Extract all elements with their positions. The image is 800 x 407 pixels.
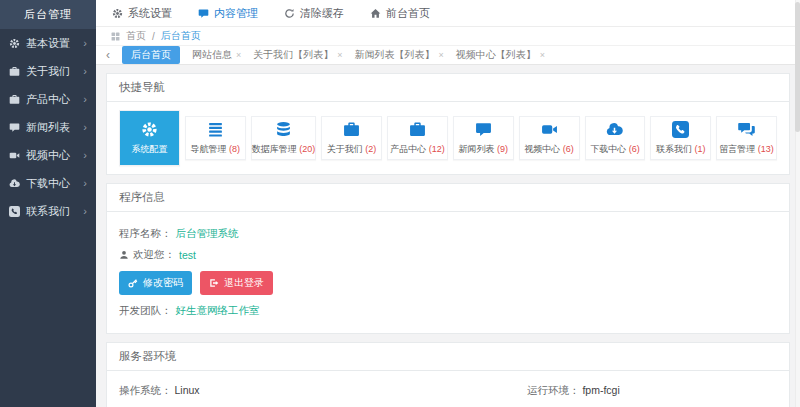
- sidebar-item-download-center[interactable]: 下载中心 ›: [0, 169, 96, 197]
- chevron-right-icon: ›: [83, 94, 87, 105]
- program-info-title: 程序信息: [107, 184, 789, 212]
- card-label: 导航管理 (8): [190, 143, 240, 156]
- sidebar-item-label: 基本设置: [26, 36, 70, 51]
- close-icon[interactable]: ×: [540, 51, 545, 60]
- card-label: 留言管理 (13): [719, 143, 774, 156]
- topnav-clear-cache[interactable]: 清除缓存: [284, 6, 344, 21]
- card-message-management[interactable]: 留言管理 (13): [716, 116, 777, 160]
- dev-team-link[interactable]: 好生意网络工作室: [176, 304, 260, 318]
- comment-icon: [9, 122, 20, 133]
- phone-icon: [672, 121, 689, 138]
- close-icon[interactable]: ×: [439, 51, 444, 60]
- tab-label: 网站信息: [192, 48, 232, 62]
- account-buttons: 修改密码 退出登录: [119, 271, 777, 295]
- chevron-right-icon: ›: [83, 206, 87, 217]
- tab-label: 关于我们【列表】: [253, 48, 333, 62]
- database-icon: [275, 121, 292, 138]
- card-nav-management[interactable]: 导航管理 (8): [185, 116, 246, 160]
- chevron-left-icon[interactable]: ‹: [106, 49, 110, 61]
- server-env-section: 服务器环境 操作系统：Linux Php版本：5.6.37 服务器ip：172.…: [106, 342, 790, 407]
- card-news-list[interactable]: 新闻列表 (9): [453, 116, 514, 160]
- tab-label: 后台首页: [131, 48, 171, 62]
- sidebar-item-video-center[interactable]: 视频中心 ›: [0, 141, 96, 169]
- sidebar-item-basic-settings[interactable]: 基本设置 ›: [0, 29, 96, 57]
- topnav-system-settings[interactable]: 系统设置: [112, 6, 172, 21]
- logout-button[interactable]: 退出登录: [200, 271, 273, 295]
- button-label: 修改密码: [143, 276, 183, 290]
- sidebar-item-label: 联系我们: [26, 204, 70, 219]
- sidebar-item-label: 下载中心: [26, 176, 70, 191]
- chevron-right-icon: ›: [83, 150, 87, 161]
- quick-nav-cards: 系统配置 导航管理 (8) 数据库管理 (20) 关于我们 (2) 产品中心 (…: [107, 102, 789, 174]
- sidebar-item-contact-us[interactable]: 联系我们 ›: [0, 197, 96, 225]
- card-video-center[interactable]: 视频中心 (6): [519, 116, 580, 160]
- tabs-bar: ‹ 后台首页 网站信息 × 关于我们【列表】 × 新闻列表【列表】 × 视频中心…: [96, 46, 800, 65]
- card-contact-us[interactable]: 联系我们 (1): [650, 116, 711, 160]
- button-label: 退出登录: [224, 276, 264, 290]
- scrollbar-thumb[interactable]: [795, 2, 800, 132]
- server-env-right-column: 运行环境：fpm-fcgi 服务器域名：demo.hsycms.com 网站端口…: [527, 379, 777, 407]
- topnav-label: 前台首页: [386, 6, 430, 21]
- env-row-runtime: 运行环境：fpm-fcgi: [527, 384, 777, 398]
- video-camera-icon: [541, 121, 558, 138]
- tab-admin-home[interactable]: 后台首页: [122, 46, 180, 64]
- top-navbar: 系统设置 内容管理 清除缓存 前台首页: [96, 0, 800, 27]
- content-area: 快捷导航 系统配置 导航管理 (8) 数据库管理 (20) 关于我们 (2) 产…: [96, 65, 800, 407]
- username: test: [179, 249, 196, 261]
- sidebar-item-about-us[interactable]: 关于我们 ›: [0, 57, 96, 85]
- tab-about-us-list[interactable]: 关于我们【列表】 ×: [253, 48, 342, 62]
- tab-site-info[interactable]: 网站信息 ×: [192, 48, 241, 62]
- card-label: 系统配置: [131, 143, 167, 156]
- sidebar-item-news-list[interactable]: 新闻列表 ›: [0, 113, 96, 141]
- comments-icon: [738, 121, 755, 138]
- program-name-row: 程序名称： 后台管理系统: [119, 227, 777, 241]
- sidebar-item-product-center[interactable]: 产品中心 ›: [0, 85, 96, 113]
- user-icon: [119, 250, 129, 260]
- chevron-right-icon: ›: [83, 38, 87, 49]
- card-label: 产品中心 (12): [390, 143, 445, 156]
- page-scrollbar[interactable]: [795, 0, 800, 407]
- breadcrumb-current[interactable]: 后台首页: [161, 29, 201, 43]
- chevron-right-icon: ›: [83, 178, 87, 189]
- sidebar-item-label: 新闻列表: [26, 120, 70, 135]
- program-name-label: 程序名称：: [119, 227, 172, 241]
- card-download-center[interactable]: 下载中心 (6): [585, 116, 646, 160]
- tab-news-list[interactable]: 新闻列表【列表】 ×: [355, 48, 444, 62]
- close-icon[interactable]: ×: [236, 51, 241, 60]
- card-label: 联系我们 (1): [656, 143, 706, 156]
- breadcrumb: 首页 / 后台首页: [96, 27, 800, 46]
- tab-label: 新闻列表【列表】: [355, 48, 435, 62]
- tab-video-center-list[interactable]: 视频中心【列表】 ×: [456, 48, 545, 62]
- topnav-frontend-home[interactable]: 前台首页: [370, 6, 430, 21]
- topnav-label: 清除缓存: [300, 6, 344, 21]
- briefcase-icon: [9, 66, 20, 77]
- topnav-content-management[interactable]: 内容管理: [198, 6, 258, 21]
- env-row-os: 操作系统：Linux: [119, 384, 527, 398]
- change-password-button[interactable]: 修改密码: [119, 271, 192, 295]
- card-label: 视频中心 (6): [524, 143, 574, 156]
- breadcrumb-home[interactable]: 首页: [126, 29, 146, 43]
- card-system-config[interactable]: 系统配置: [119, 110, 180, 166]
- topnav-label: 内容管理: [214, 6, 258, 21]
- gear-icon: [112, 8, 123, 19]
- card-label: 新闻列表 (9): [459, 143, 509, 156]
- sidebar-item-label: 关于我们: [26, 64, 70, 79]
- server-env-left-column: 操作系统：Linux Php版本：5.6.37 服务器ip：172.31.97.…: [119, 379, 527, 407]
- program-name-link[interactable]: 后台管理系统: [176, 227, 239, 241]
- chevron-right-icon: ›: [83, 66, 87, 77]
- sidebar-item-label: 产品中心: [26, 92, 70, 107]
- sidebar: 后台管理 基本设置 › 关于我们 › 产品中心 › 新闻列表 › 视频中心 › …: [0, 0, 96, 407]
- home-icon: [370, 8, 381, 19]
- app-title: 后台管理: [0, 0, 96, 29]
- chevron-right-icon: ›: [83, 122, 87, 133]
- card-database-management[interactable]: 数据库管理 (20): [251, 116, 317, 160]
- gear-icon: [9, 38, 20, 49]
- card-about-us[interactable]: 关于我们 (2): [321, 116, 382, 160]
- phone-icon: [9, 206, 20, 217]
- briefcase-icon: [9, 94, 20, 105]
- tab-label: 视频中心【列表】: [456, 48, 536, 62]
- main-header: 系统设置 内容管理 清除缓存 前台首页 首页 / 后台首页 ‹ 后台首页 网站信…: [96, 0, 800, 65]
- close-icon[interactable]: ×: [337, 51, 342, 60]
- key-icon: [128, 278, 138, 288]
- card-product-center[interactable]: 产品中心 (12): [387, 116, 448, 160]
